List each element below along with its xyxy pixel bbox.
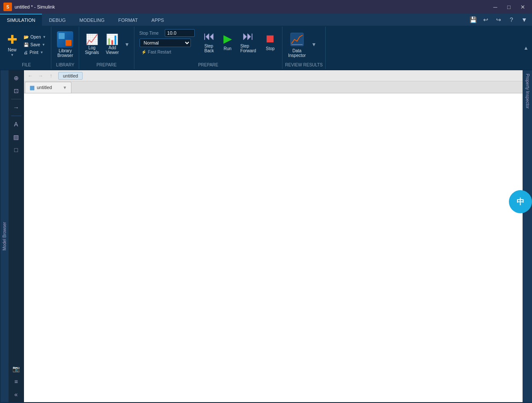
review-expand-button[interactable]: ▼ [309, 32, 318, 57]
ribbon: ✚ New ▼ 📂 Open ▼ 💾 Save ▼ 🖨 P [0, 26, 532, 70]
fast-restart-label: Fast Restart [148, 50, 171, 54]
ribbon-right-collapse: ▲ [522, 27, 530, 69]
image-button[interactable]: ▨ [10, 131, 22, 143]
ribbon-expand-button[interactable]: ▼ [518, 14, 530, 26]
ribbon-group-review: Data Inspector ▼ REVIEW RESULTS [282, 27, 326, 69]
ribbon-group-file: ✚ New ▼ 📂 Open ▼ 💾 Save ▼ 🖨 P [2, 27, 51, 69]
maximize-button[interactable]: □ [503, 2, 515, 12]
tab-apps[interactable]: APPS [145, 14, 171, 26]
open-dd-arrow: ▼ [42, 35, 46, 39]
nav-bar: ← → ↑ untitled [24, 70, 523, 81]
fit-view-button[interactable]: ⊡ [10, 85, 22, 97]
data-inspector-button[interactable]: Data Inspector [285, 30, 309, 60]
review-group-label: REVIEW RESULTS [285, 62, 323, 68]
tab-format[interactable]: FORMAT [111, 14, 145, 26]
save-icon-button[interactable]: 💾 [467, 14, 479, 26]
library-group-label: LIBRARY [54, 62, 76, 68]
prepare-group-content: 📈 Log Signals 📊 Add Viewer ▼ [82, 27, 131, 62]
subsystem-button[interactable]: ≡ [10, 376, 22, 388]
close-button[interactable]: ✕ [517, 2, 529, 12]
prepare-expand-button[interactable]: ▼ [123, 27, 131, 62]
new-dropdown-arrow: ▼ [11, 53, 14, 57]
stop-time-row: Stop Time [140, 29, 195, 37]
svg-rect-0 [291, 33, 303, 46]
new-button-area: ✚ New ▼ [4, 31, 20, 58]
undo-button[interactable]: ↩ [480, 14, 492, 26]
annotation-button[interactable]: A [10, 118, 22, 130]
simulate-group-label: PREPARE [137, 62, 280, 68]
step-back-button[interactable]: ⏮ Step Back [200, 27, 219, 55]
nav-back-button[interactable]: ← [26, 71, 35, 81]
tab-modeling[interactable]: MODELING [73, 14, 112, 26]
model-browser-tab[interactable]: Model Browser [0, 70, 9, 402]
fast-restart-button[interactable]: ⚡ Fast Restart [140, 49, 195, 55]
ribbon-toolbar-right: 💾 ↩ ↪ ? ▼ [465, 14, 532, 26]
prepare-group-label: PREPARE [82, 62, 131, 68]
ribbon-tabs: SIMULATION DEBUG MODELING FORMAT APPS 💾 … [0, 14, 532, 26]
step-back-icon: ⏮ [204, 30, 215, 43]
titlebar-left: S untitled * - Simulink [3, 3, 55, 11]
run-button[interactable]: ▶ Run [220, 30, 236, 53]
stop-icon: ⏹ [265, 32, 276, 45]
app-icon: S [3, 3, 12, 11]
simulation-mode-select[interactable]: Normal [140, 39, 191, 47]
log-signals-label: Log Signals [85, 45, 99, 55]
titlebar-controls: ─ □ ✕ [489, 2, 529, 12]
tab-simulation[interactable]: SIMULATION [0, 14, 42, 26]
open-button[interactable]: 📂 Open ▼ [21, 33, 48, 41]
canvas-area: ← → ↑ untitled ▦ untitled ▼ [24, 70, 523, 402]
library-group-content: Library Browser [54, 27, 76, 62]
minimize-button[interactable]: ─ [489, 2, 501, 12]
save-button[interactable]: 💾 Save ▼ [21, 41, 48, 48]
titlebar-title: untitled * - Simulink [15, 4, 55, 9]
canvas[interactable] [24, 93, 523, 402]
property-inspector-tab[interactable]: Property Inspector [523, 70, 532, 112]
library-browser-button[interactable]: Library Browser [54, 30, 76, 60]
tab-debug[interactable]: DEBUG [42, 14, 72, 26]
ribbon-group-prepare: 📈 Log Signals 📊 Add Viewer ▼ PREPARE [79, 27, 134, 69]
model-tab-name: untitled [37, 85, 52, 90]
new-button[interactable]: ✚ New ▼ [4, 31, 20, 58]
right-panel: Property Inspector [523, 70, 532, 402]
model-tab-icon: ▦ [30, 84, 35, 91]
library-browser-label: Library Browser [57, 48, 73, 58]
stop-time-label: Stop Time [140, 31, 163, 36]
toolbar-separator-1 [11, 99, 21, 99]
add-viewer-label: Add Viewer [106, 45, 119, 55]
help-button[interactable]: ? [505, 14, 517, 26]
nav-forward-button[interactable]: → [36, 71, 45, 81]
nav-up-button[interactable]: ↑ [46, 71, 56, 81]
new-icon: ✚ [7, 33, 17, 47]
log-signals-button[interactable]: 📈 Log Signals [82, 33, 102, 57]
fast-restart-icon: ⚡ [141, 50, 146, 54]
ribbon-group-simulate: Stop Time Normal ⚡ Fast Restart ⏮ Step B… [134, 27, 283, 69]
snapshot-button[interactable]: 📷 [10, 363, 22, 375]
open-icon: 📂 [24, 35, 29, 39]
breadcrumb: untitled [58, 72, 83, 80]
block-button[interactable]: □ [10, 144, 22, 156]
run-button-container: ▶ Run [220, 30, 236, 53]
port-hint-button[interactable]: → [10, 101, 22, 113]
run-icon: ▶ [223, 32, 232, 45]
simulate-group-content: Stop Time Normal ⚡ Fast Restart ⏮ Step B… [137, 27, 280, 62]
print-button[interactable]: 🖨 Print ▼ [21, 49, 48, 56]
file-group-label: FILE [4, 62, 48, 68]
add-viewer-icon: 📊 [106, 34, 119, 45]
ribbon-collapse-button[interactable]: ▲ [522, 31, 530, 65]
stop-button[interactable]: ⏹ Stop [261, 30, 279, 53]
save-label: Save [30, 42, 40, 47]
redo-button[interactable]: ↪ [493, 14, 505, 26]
step-forward-button[interactable]: ⏭ Step Forward [237, 27, 260, 55]
review-group-content: Data Inspector ▼ [285, 27, 323, 62]
zoom-in-button[interactable]: ⊕ [10, 72, 22, 84]
add-viewer-button[interactable]: 📊 Add Viewer [103, 33, 122, 57]
model-tab-expand-icon: ▼ [62, 85, 67, 90]
toolbar-separator-2 [11, 116, 21, 116]
collapse-left-button[interactable]: « [10, 388, 22, 400]
file-buttons: 📂 Open ▼ 💾 Save ▼ 🖨 Print ▼ [21, 33, 48, 56]
step-forward-icon: ⏭ [243, 30, 254, 43]
model-tab-untitled[interactable]: ▦ untitled ▼ [25, 82, 71, 93]
stop-time-input[interactable] [165, 29, 195, 37]
left-panel: Model Browser ⊕ ⊡ → A ▨ □ 📷 ≡ « [0, 70, 24, 402]
model-tabs: ▦ untitled ▼ [24, 81, 523, 93]
